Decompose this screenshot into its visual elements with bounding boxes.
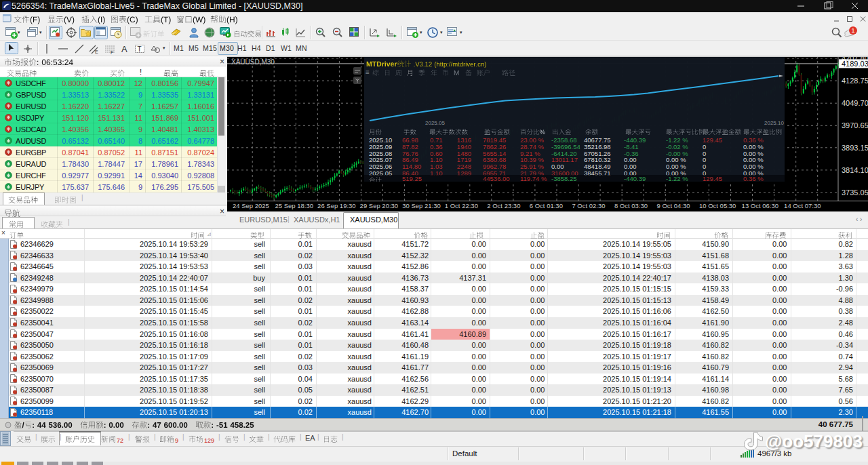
svg-text:1: 1	[851, 27, 854, 34]
svg-text:9 Oct 04:30: 9 Oct 04:30	[657, 202, 690, 209]
svg-text:E: E	[95, 49, 98, 54]
svg-text:24 Sep 2025: 24 Sep 2025	[233, 202, 269, 209]
svg-text:3814.10: 3814.10	[842, 166, 868, 174]
svg-text:14 Oct 07:30: 14 Oct 07:30	[784, 202, 821, 209]
svg-text:1 Oct 22:30: 1 Oct 22:30	[445, 202, 478, 209]
svg-text:2 Oct 23:30: 2 Oct 23:30	[487, 202, 520, 209]
svg-text:3735.05: 3735.05	[842, 188, 868, 197]
svg-text:29 Sep 20:30: 29 Sep 20:30	[360, 202, 399, 209]
svg-text:7 Oct 02:30: 7 Oct 02:30	[572, 202, 605, 209]
svg-text:6 Oct 01:30: 6 Oct 01:30	[530, 202, 563, 209]
svg-text:4207.80: 4207.80	[842, 56, 868, 62]
svg-text:T: T	[138, 45, 142, 53]
svg-text:30 Sep 21:30: 30 Sep 21:30	[402, 202, 441, 209]
svg-text:25 Sep 18:30: 25 Sep 18:30	[275, 202, 314, 209]
svg-text:3893.15: 3893.15	[842, 144, 868, 152]
svg-text:4128.75: 4128.75	[842, 77, 868, 85]
svg-text:4049.70: 4049.70	[842, 99, 868, 107]
svg-text:8 Oct 03:30: 8 Oct 03:30	[614, 202, 648, 209]
svg-text:F: F	[111, 50, 113, 55]
svg-text:10 Oct 05:30: 10 Oct 05:30	[699, 202, 736, 209]
svg-text:13 Oct 06:30: 13 Oct 06:30	[742, 202, 778, 209]
svg-text:26 Sep 19:30: 26 Sep 19:30	[317, 202, 356, 209]
svg-text:3970.65: 3970.65	[842, 121, 868, 129]
svg-text:A: A	[121, 44, 127, 54]
